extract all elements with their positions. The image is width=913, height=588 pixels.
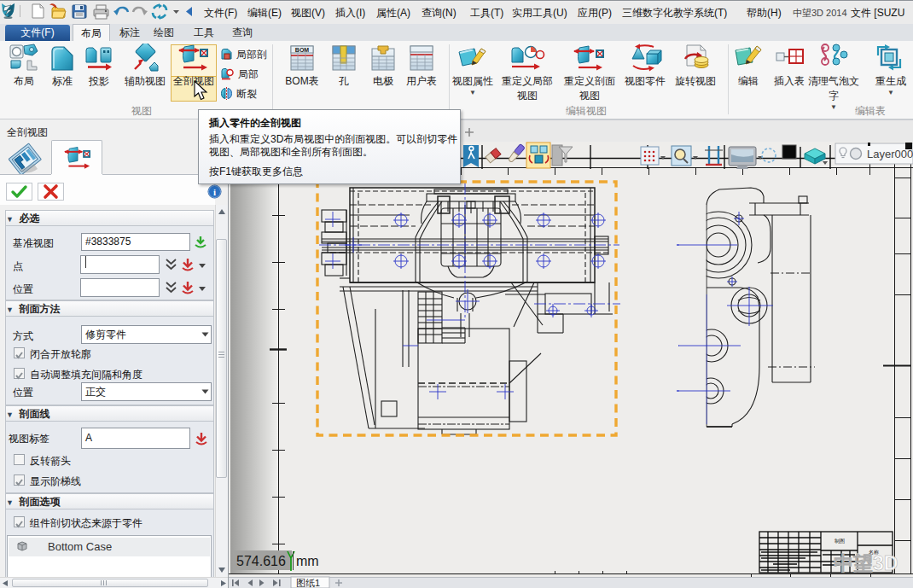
svg-text:制图: 制图 (834, 539, 845, 544)
svg-text:mm: mm (296, 554, 319, 568)
svg-text:Layer0000: Layer0000 (867, 148, 913, 160)
svg-text:574.616: 574.616 (236, 554, 286, 568)
svg-text:BOM: BOM (295, 47, 310, 53)
svg-text:中望3D: 中望3D (834, 552, 898, 574)
svg-text:图纸1: 图纸1 (296, 578, 320, 588)
svg-text:i: i (213, 187, 216, 197)
